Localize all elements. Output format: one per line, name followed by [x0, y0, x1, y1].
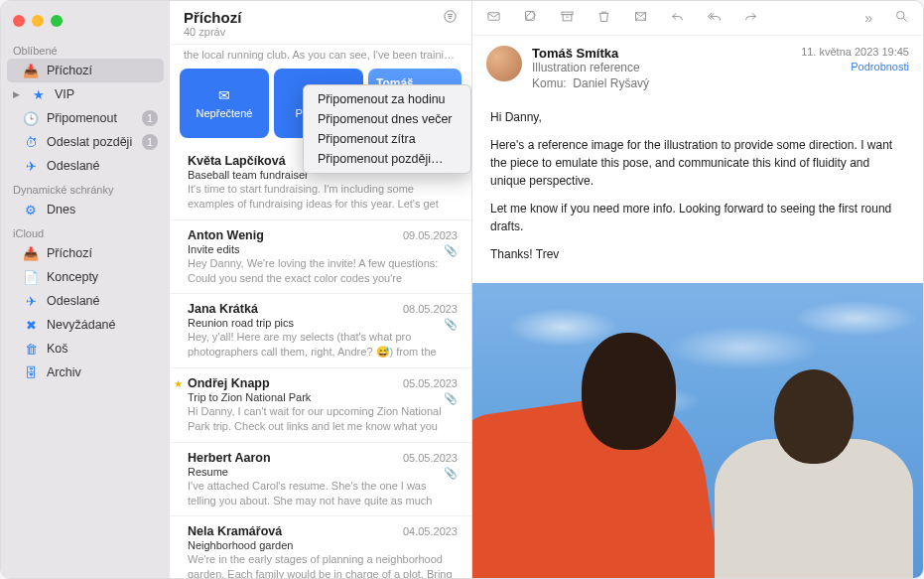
menu-remind-tonight[interactable]: Připomenout dnes večer [304, 109, 470, 129]
subject: Invite edits [188, 243, 458, 255]
reader-pane: » Tomáš Smítka Illustration reference Ko… [472, 1, 923, 578]
zoom-window[interactable] [51, 15, 63, 27]
sender: Anton Wenig [188, 228, 264, 242]
sender: Jana Krátká [188, 302, 258, 316]
sender: Ondřej Knapp [188, 376, 270, 390]
clock-icon: 🕒 [23, 110, 39, 126]
search-icon[interactable] [894, 9, 909, 27]
svg-point-6 [897, 12, 905, 20]
message-row[interactable]: Jana Krátká08.05.2023 Reunion road trip … [170, 294, 471, 368]
sidebar-item-label: Odeslané [47, 159, 158, 173]
sidebar-item-junk[interactable]: ✖Nevyžádané [1, 313, 170, 337]
star-icon: ★ [31, 86, 47, 102]
sidebar: Oblíbené 📥 Příchozí ▶ ★ VIP 🕒 Připomenou… [1, 1, 170, 578]
sender: Nela Kramářová [188, 524, 282, 538]
sidebar-item-archive[interactable]: 🗄Archiv [1, 361, 170, 384]
archive-icon: 🗄 [23, 364, 39, 380]
trash-icon[interactable] [596, 9, 611, 27]
message-row[interactable]: Anton Wenig09.05.2023 Invite edits Hey D… [170, 220, 471, 295]
count-badge: 1 [142, 110, 158, 126]
envelope-icon[interactable] [486, 9, 501, 27]
menu-remind-tomorrow[interactable]: Připomenout zítra [304, 129, 470, 149]
date: 08.05.2023 [403, 303, 458, 315]
send-later-icon: ⏱ [23, 134, 39, 150]
sender: Květa Lapčíková [188, 154, 286, 168]
menu-remind-1h[interactable]: Připomenout za hodinu [304, 89, 470, 109]
sidebar-item-label: Příchozí [47, 64, 152, 77]
preview: Hey, y'all! Here are my selects (that's … [188, 330, 458, 360]
preview: It's time to start fundraising. I'm incl… [188, 182, 458, 212]
mail-icon: ✉ [218, 87, 230, 103]
subject: Trip to Zion National Park [188, 391, 458, 403]
junk-icon: ✖ [23, 317, 39, 333]
attachment-icon: 📎 [444, 467, 458, 480]
svg-rect-4 [563, 15, 572, 21]
compose-icon[interactable] [523, 9, 538, 27]
from-name: Tomáš Smítka [532, 46, 791, 61]
sidebar-item-label: Koš [47, 342, 158, 356]
attachment-icon: 📎 [444, 318, 458, 331]
section-favorites: Oblíbené [1, 39, 170, 59]
fav-unread[interactable]: ✉ Nepřečtené [180, 69, 269, 138]
sidebar-item-label: Archiv [47, 365, 158, 379]
sent-icon: ✈ [23, 293, 39, 309]
gear-icon: ⚙ [23, 202, 39, 217]
sidebar-item-vip[interactable]: ▶ ★ VIP [1, 82, 170, 106]
message-row[interactable]: Herbert Aaron05.05.2023 Resume I've atta… [170, 443, 471, 517]
sidebar-item-inbox[interactable]: 📥 Příchozí [7, 59, 164, 82]
subject: Resume [188, 466, 458, 478]
menu-remind-later[interactable]: Připomenout později… [304, 149, 470, 169]
sidebar-item-icloud-sent[interactable]: ✈Odeslané [1, 289, 170, 313]
sidebar-item-icloud-inbox[interactable]: 📥Příchozí [1, 241, 170, 265]
sidebar-item-remind[interactable]: 🕒 Připomenout 1 [1, 106, 170, 130]
reply-all-icon[interactable] [707, 9, 722, 27]
sidebar-item-today[interactable]: ⚙ Dnes [1, 198, 170, 221]
to-name: Daniel Ryšavý [573, 76, 649, 90]
message-row[interactable]: ★ Ondřej Knapp05.05.2023 Trip to Zion Na… [170, 368, 471, 443]
body-p3: Let me know if you need more info. Looki… [490, 200, 905, 235]
sidebar-item-label: Koncepty [47, 270, 158, 284]
sidebar-item-label: VIP [55, 87, 158, 101]
attachment-image [472, 283, 923, 578]
sidebar-item-label: Odeslat později [47, 135, 134, 149]
preview: We're in the early stages of planning a … [188, 552, 458, 578]
top-favorites-row: ✉ Nepřečtené 🕒 Připomen Tomáš Smítka Ill… [170, 65, 471, 146]
subject: Reunion road trip pics [188, 317, 458, 329]
preview: Hey Danny, We're loving the invite! A fe… [188, 256, 458, 286]
sidebar-item-trash[interactable]: 🗑Koš [1, 337, 170, 361]
subject: Neighborhood garden [188, 539, 458, 551]
message-list[interactable]: Květa Lapčíková Baseball team fundraiser… [170, 146, 471, 578]
drafts-icon: 📄 [23, 269, 39, 285]
svg-rect-1 [488, 13, 499, 21]
sidebar-item-send-later[interactable]: ⏱ Odeslat později 1 [1, 130, 170, 154]
section-smart: Dynamické schránky [1, 178, 170, 198]
attachment-icon: 📎 [444, 244, 458, 257]
figure-2 [715, 369, 913, 578]
message-body: Hi Danny, Here's a reference image for t… [472, 98, 923, 283]
filter-icon[interactable] [443, 9, 458, 27]
reply-icon[interactable] [670, 9, 685, 27]
sidebar-item-drafts[interactable]: 📄Koncepty [1, 265, 170, 289]
details-link[interactable]: Podrobnosti [801, 61, 909, 72]
preview: I've attached Carol's resume. She's the … [188, 479, 458, 508]
archive-icon[interactable] [560, 9, 575, 27]
more-icon[interactable]: » [864, 10, 872, 26]
body-p2: Here's a reference image for the illustr… [490, 136, 905, 190]
sidebar-item-label: Příchozí [47, 246, 158, 260]
star-icon: ★ [174, 378, 183, 389]
sidebar-item-sent[interactable]: ✈ Odeslané [1, 154, 170, 178]
chevron-right-icon: ▶ [13, 89, 23, 99]
message-header: Tomáš Smítka Illustration reference Komu… [472, 36, 923, 98]
minimize-window[interactable] [32, 15, 44, 27]
sent-icon: ✈ [23, 158, 39, 174]
forward-icon[interactable] [743, 9, 758, 27]
junk-icon[interactable] [633, 9, 648, 27]
section-icloud: iCloud [1, 221, 170, 241]
sidebar-item-label: Nevyžádané [47, 318, 158, 332]
sender: Herbert Aaron [188, 451, 271, 465]
message-row[interactable]: Nela Kramářová04.05.2023 Neighborhood ga… [170, 516, 471, 578]
truncated-preview: the local running club. As you can see, … [170, 45, 471, 65]
close-window[interactable] [13, 15, 25, 27]
sidebar-item-label: Dnes [47, 203, 158, 217]
body-p1: Hi Danny, [490, 108, 905, 126]
